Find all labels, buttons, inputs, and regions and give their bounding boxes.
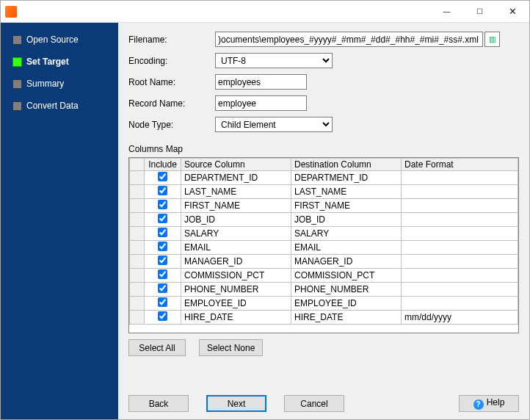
close-button[interactable]: ✕ — [496, 1, 529, 22]
table-row[interactable]: SALARYSALARY — [130, 227, 518, 241]
include-cell[interactable] — [145, 255, 181, 269]
date-format-cell[interactable] — [402, 227, 518, 241]
source-column-cell[interactable]: HIRE_DATE — [181, 311, 291, 325]
date-format-cell[interactable] — [402, 199, 518, 213]
date-format-cell[interactable] — [402, 269, 518, 283]
destination-column-cell[interactable]: EMAIL — [291, 241, 402, 255]
destination-column-cell[interactable]: FIRST_NAME — [291, 199, 402, 213]
destination-column-cell[interactable]: HIRE_DATE — [291, 311, 402, 325]
table-row[interactable]: PHONE_NUMBERPHONE_NUMBER — [130, 283, 518, 297]
header-source[interactable]: Source Column — [181, 159, 291, 171]
include-checkbox[interactable] — [158, 200, 167, 209]
back-button[interactable]: Back — [128, 395, 189, 412]
cancel-button[interactable]: Cancel — [284, 395, 344, 412]
filename-input[interactable] — [215, 32, 483, 47]
include-checkbox[interactable] — [158, 256, 167, 265]
select-all-button[interactable]: Select All — [128, 339, 186, 356]
destination-column-cell[interactable]: SALARY — [291, 227, 402, 241]
date-format-cell[interactable] — [402, 255, 518, 269]
minimize-button[interactable]: — — [430, 1, 463, 22]
include-cell[interactable] — [145, 199, 181, 213]
destination-column-cell[interactable]: MANAGER_ID — [291, 255, 402, 269]
table-row[interactable]: LAST_NAMELAST_NAME — [130, 185, 518, 199]
include-cell[interactable] — [145, 269, 181, 283]
include-cell[interactable] — [145, 297, 181, 311]
sidebar-item-set-target[interactable]: Set Target — [1, 54, 118, 70]
date-format-cell[interactable] — [402, 241, 518, 255]
include-checkbox[interactable] — [158, 214, 167, 223]
include-cell[interactable] — [145, 227, 181, 241]
sidebar-item-summary[interactable]: Summary — [1, 76, 118, 92]
date-format-cell[interactable] — [402, 213, 518, 227]
row-header-cell[interactable] — [130, 269, 145, 283]
destination-column-cell[interactable]: JOB_ID — [291, 213, 402, 227]
destination-column-cell[interactable]: EMPLOYEE_ID — [291, 297, 402, 311]
destination-column-cell[interactable]: COMMISSION_PCT — [291, 269, 402, 283]
source-column-cell[interactable]: EMAIL — [181, 241, 291, 255]
include-cell[interactable] — [145, 241, 181, 255]
date-format-cell[interactable] — [402, 297, 518, 311]
include-cell[interactable] — [145, 185, 181, 199]
header-include[interactable]: Include — [145, 159, 181, 171]
source-column-cell[interactable]: JOB_ID — [181, 213, 291, 227]
include-checkbox[interactable] — [158, 297, 167, 307]
select-none-button[interactable]: Select None — [199, 339, 263, 356]
include-checkbox[interactable] — [158, 283, 167, 293]
source-column-cell[interactable]: MANAGER_ID — [181, 255, 291, 269]
include-checkbox[interactable] — [158, 228, 167, 237]
encoding-select[interactable]: UTF-8 — [215, 53, 333, 68]
table-row[interactable]: EMPLOYEE_IDEMPLOYEE_ID — [130, 297, 518, 311]
destination-column-cell[interactable]: PHONE_NUMBER — [291, 283, 402, 297]
destination-column-cell[interactable]: DEPARTMENT_ID — [291, 171, 402, 185]
row-header-cell[interactable] — [130, 255, 145, 269]
source-column-cell[interactable]: LAST_NAME — [181, 185, 291, 199]
row-header-cell[interactable] — [130, 297, 145, 311]
source-column-cell[interactable]: COMMISSION_PCT — [181, 269, 291, 283]
table-row[interactable]: HIRE_DATEHIRE_DATEmm/dd/yyyy — [130, 311, 518, 325]
titlebar[interactable]: — ☐ ✕ — [1, 1, 529, 23]
source-column-cell[interactable]: DEPARTMENT_ID — [181, 171, 291, 185]
browse-button[interactable]: ▥ — [484, 32, 500, 47]
row-header-cell[interactable] — [130, 283, 145, 297]
include-checkbox[interactable] — [158, 269, 167, 279]
rootname-input[interactable] — [215, 74, 307, 90]
include-cell[interactable] — [145, 311, 181, 325]
table-row[interactable]: EMAILEMAIL — [130, 241, 518, 255]
recordname-input[interactable] — [215, 95, 307, 111]
row-header-cell[interactable] — [130, 199, 145, 213]
source-column-cell[interactable]: EMPLOYEE_ID — [181, 297, 291, 311]
header-destination[interactable]: Destination Column — [291, 159, 402, 171]
row-header-cell[interactable] — [130, 311, 145, 325]
row-header-cell[interactable] — [130, 185, 145, 199]
maximize-button[interactable]: ☐ — [463, 1, 496, 22]
row-header-cell[interactable] — [130, 241, 145, 255]
include-cell[interactable] — [145, 283, 181, 297]
row-header-cell[interactable] — [130, 227, 145, 241]
date-format-cell[interactable]: mm/dd/yyyy — [402, 311, 518, 325]
date-format-cell[interactable] — [402, 185, 518, 199]
include-checkbox[interactable] — [158, 172, 167, 181]
header-date-format[interactable]: Date Format — [402, 159, 518, 171]
table-row[interactable]: MANAGER_IDMANAGER_ID — [130, 255, 518, 269]
table-row[interactable]: JOB_IDJOB_ID — [130, 213, 518, 227]
table-row[interactable]: FIRST_NAMEFIRST_NAME — [130, 199, 518, 213]
help-button[interactable]: ?Help — [459, 395, 519, 412]
sidebar-item-convert-data[interactable]: Convert Data — [1, 98, 118, 114]
source-column-cell[interactable]: FIRST_NAME — [181, 199, 291, 213]
row-header-cell[interactable] — [130, 171, 145, 185]
date-format-cell[interactable] — [402, 283, 518, 297]
table-row[interactable]: COMMISSION_PCTCOMMISSION_PCT — [130, 269, 518, 283]
columns-table-wrapper[interactable]: Include Source Column Destination Column… — [128, 157, 519, 333]
date-format-cell[interactable] — [402, 171, 518, 185]
include-cell[interactable] — [145, 171, 181, 185]
destination-column-cell[interactable]: LAST_NAME — [291, 185, 402, 199]
include-checkbox[interactable] — [158, 311, 167, 321]
table-row[interactable]: DEPARTMENT_IDDEPARTMENT_ID — [130, 171, 518, 185]
sidebar-item-open-source[interactable]: Open Source — [1, 32, 118, 48]
source-column-cell[interactable]: SALARY — [181, 227, 291, 241]
include-cell[interactable] — [145, 213, 181, 227]
include-checkbox[interactable] — [158, 186, 167, 195]
row-header-cell[interactable] — [130, 213, 145, 227]
source-column-cell[interactable]: PHONE_NUMBER — [181, 283, 291, 297]
next-button[interactable]: Next — [206, 395, 266, 412]
